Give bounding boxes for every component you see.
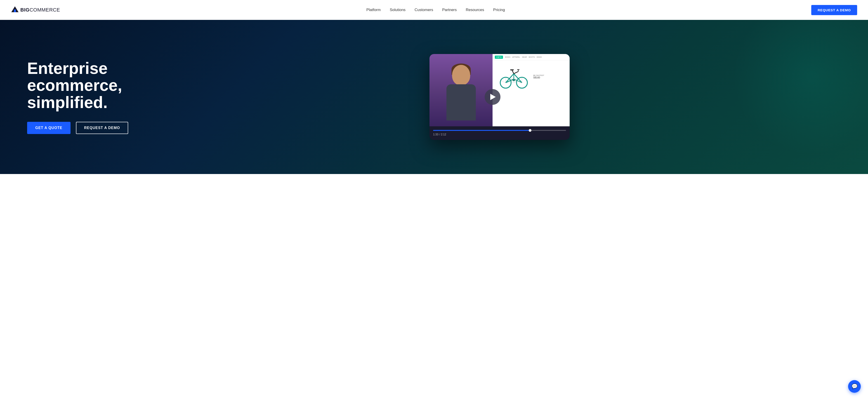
hero-request-demo-button[interactable]: REQUEST A DEMO xyxy=(76,122,128,134)
website-nav-boots: BOOTS xyxy=(529,56,535,58)
nav-item-platform[interactable]: Platform xyxy=(366,8,381,12)
nav-item-resources[interactable]: Resources xyxy=(466,8,484,12)
video-player[interactable]: YETI BIKES APPAREL GEAR BOOTS DEMO xyxy=(430,54,569,140)
website-nav-apparel: APPAREL xyxy=(512,56,520,58)
nav-links: Platform Solutions Customers Partners Re… xyxy=(366,8,505,12)
hero-content: Enterprise ecommerce, simplified. GET A … xyxy=(27,60,158,134)
website-nav-gear: GEAR xyxy=(522,56,527,58)
website-nav-bikes: BIKES xyxy=(505,56,510,58)
logo-icon xyxy=(11,6,19,14)
svg-line-11 xyxy=(514,71,518,74)
get-quote-button[interactable]: GET A QUOTE xyxy=(27,122,70,134)
video-timestamp: 1:33 / 2:12 xyxy=(433,132,566,136)
navigation: BIGCOMMERCE Platform Solutions Customers… xyxy=(0,0,868,20)
svg-line-9 xyxy=(512,70,514,74)
hero-video-container: YETI BIKES APPAREL GEAR BOOTS DEMO xyxy=(158,54,841,140)
website-header: YETI BIKES APPAREL GEAR BOOTS DEMO xyxy=(493,54,569,60)
hero-buttons: GET A QUOTE REQUEST A DEMO xyxy=(27,122,158,134)
nav-item-customers[interactable]: Customers xyxy=(414,8,433,12)
hero-section: Enterprise ecommerce, simplified. GET A … xyxy=(0,20,868,174)
progress-bar[interactable] xyxy=(433,130,566,131)
video-website-side: YETI BIKES APPAREL GEAR BOOTS DEMO xyxy=(493,54,569,126)
nav-item-solutions[interactable]: Solutions xyxy=(390,8,405,12)
person-body xyxy=(446,84,476,120)
svg-rect-10 xyxy=(510,69,514,70)
website-nav: BIKES APPAREL GEAR BOOTS DEMO xyxy=(505,56,542,58)
website-text: BE FASTEST SB160 xyxy=(533,74,544,80)
hero-headline: Enterprise ecommerce, simplified. xyxy=(27,60,158,111)
svg-line-15 xyxy=(501,81,506,83)
video-controls: 1:33 / 2:12 xyxy=(430,126,569,140)
nav-request-demo-button[interactable]: REQUEST A DEMO xyxy=(811,5,857,15)
svg-line-5 xyxy=(514,74,522,83)
website-nav-demo: DEMO xyxy=(537,56,542,58)
logo[interactable]: BIGCOMMERCE xyxy=(11,6,60,14)
progress-fill xyxy=(433,130,530,131)
video-play-button[interactable] xyxy=(485,89,500,105)
bike-image xyxy=(495,63,531,92)
website-price: SB160 xyxy=(533,76,544,79)
person-head xyxy=(452,65,470,85)
website-content: BE FASTEST SB160 xyxy=(493,60,569,94)
yeti-logo: YETI xyxy=(495,56,503,59)
video-person-side xyxy=(430,54,493,126)
nav-item-partners[interactable]: Partners xyxy=(442,8,457,12)
svg-rect-1 xyxy=(14,9,16,12)
bike-svg xyxy=(495,63,531,92)
nav-item-pricing[interactable]: Pricing xyxy=(493,8,505,12)
play-icon xyxy=(490,94,496,100)
progress-dot xyxy=(529,129,531,132)
logo-text: BIGCOMMERCE xyxy=(20,7,60,13)
website-tagline: BE FASTEST xyxy=(533,74,544,76)
